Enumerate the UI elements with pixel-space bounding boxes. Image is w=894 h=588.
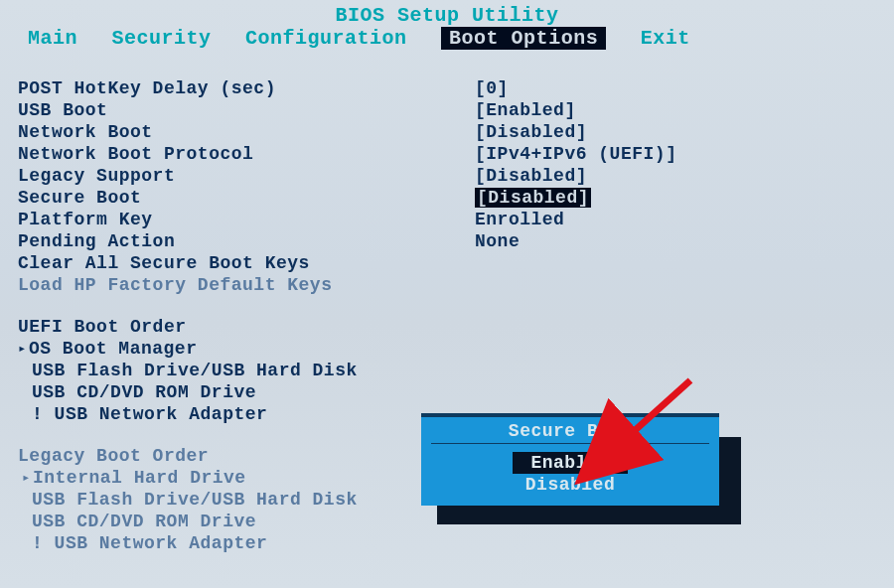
popup-option-disabled[interactable]: Disabled [525,475,615,495]
menu-security[interactable]: Security [112,27,212,50]
setting-action-disabled: Load HP Factory Default Keys [18,274,475,296]
setting-label[interactable]: Legacy Support [18,165,475,187]
setting-value: None [475,230,892,252]
menu-boot-options[interactable]: Boot Options [441,27,606,50]
bios-screen: BIOS Setup Utility Main Security Configu… [0,0,894,588]
boot-order-item[interactable]: USB CD/DVD ROM Drive [18,381,475,403]
boot-order-item[interactable]: OS Boot Manager [18,338,475,360]
setting-value[interactable]: [0] [475,77,892,99]
boot-order-item[interactable]: ! USB Network Adapter [18,403,475,425]
boot-order-item-disabled: Internal Hard Drive [18,467,475,489]
setting-label: Platform Key [18,209,475,230]
menu-main[interactable]: Main [28,27,77,50]
menu-exit[interactable]: Exit [641,27,690,50]
legacy-boot-order-heading: Legacy Boot Order [18,445,475,467]
menu-configuration[interactable]: Configuration [245,27,407,50]
setting-label[interactable]: Secure Boot [18,187,475,209]
svg-line-0 [621,380,690,443]
setting-label: Pending Action [18,230,475,252]
boot-order-item-disabled: USB Flash Drive/USB Hard Disk [18,489,475,511]
setting-label[interactable]: Network Boot [18,121,475,143]
setting-value[interactable]: [IPv4+IPv6 (UEFI)] [475,143,892,165]
boot-order-item-disabled: USB CD/DVD ROM Drive [18,511,475,532]
setting-label[interactable]: USB Boot [18,99,475,121]
window-title: BIOS Setup Utility [0,0,894,27]
setting-action[interactable]: Clear All Secure Boot Keys [18,252,475,274]
setting-value[interactable]: [Disabled] [475,121,892,143]
setting-value[interactable]: [Enabled] [475,99,892,121]
setting-value[interactable]: [Disabled] [475,165,892,187]
setting-label[interactable]: Network Boot Protocol [18,143,475,165]
setting-label[interactable]: POST HotKey Delay (sec) [18,77,475,99]
setting-value: Enrolled [475,209,892,230]
boot-order-item[interactable]: USB Flash Drive/USB Hard Disk [18,360,475,381]
boot-order-item-disabled: ! USB Network Adapter [18,532,475,554]
uefi-boot-order-heading: UEFI Boot Order [18,316,475,338]
setting-value-selected[interactable]: [Disabled] [475,188,591,208]
menu-bar: Main Security Configuration Boot Options… [0,27,894,50]
